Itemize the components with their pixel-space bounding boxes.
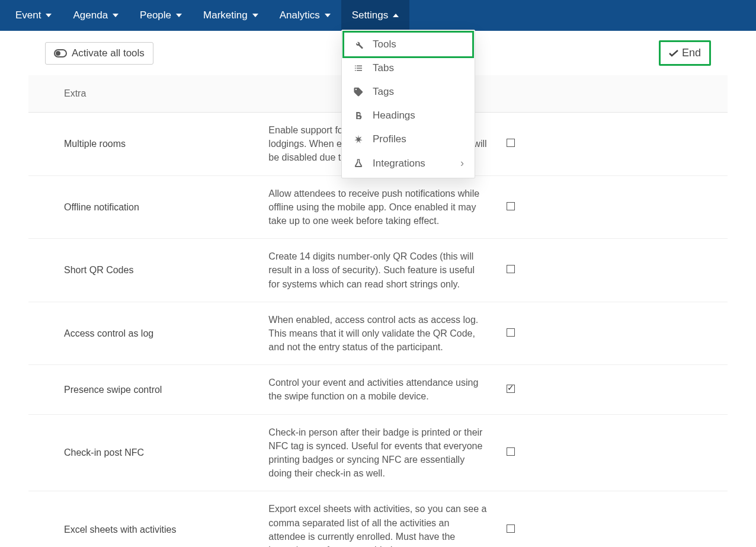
dropdown-item-label: Headings (373, 110, 415, 121)
chevron-down-icon (46, 14, 52, 17)
dropdown-item-label: Tags (373, 86, 394, 98)
checkbox[interactable] (507, 328, 515, 337)
checkbox[interactable] (507, 447, 515, 456)
feature-name: Check-in post NFC (28, 414, 261, 491)
feature-checkbox-cell (495, 302, 728, 365)
asterisk-icon (353, 134, 364, 145)
button-label: End (682, 47, 701, 59)
chevron-right-icon: › (460, 157, 464, 169)
check-icon (669, 50, 678, 57)
bold-icon (353, 110, 364, 121)
dropdown-item-label: Integrations (373, 158, 425, 169)
feature-name: Excel sheets with activities (28, 491, 261, 547)
table-row: Check-in post NFCCheck-in person after t… (28, 414, 728, 491)
feature-description: When enabled, access control acts as acc… (261, 302, 494, 365)
dropdown-item-integrations[interactable]: Integrations› (344, 151, 472, 175)
nav-item-analytics[interactable]: Analytics (269, 0, 341, 31)
checkbox[interactable] (507, 139, 515, 147)
feature-checkbox-cell (495, 239, 728, 302)
feature-checkbox-cell (495, 414, 728, 491)
nav-label: Settings (352, 9, 388, 21)
chevron-down-icon (252, 14, 258, 17)
table-row: Short QR CodesCreate 14 digits number-on… (28, 239, 728, 302)
feature-name: Offline notification (28, 175, 261, 239)
dropdown-item-tools[interactable]: Tools (344, 33, 472, 56)
button-label: Activate all tools (72, 47, 145, 59)
feature-description: Allow attendees to receive push notifica… (261, 175, 494, 239)
dropdown-item-tags[interactable]: Tags (344, 80, 472, 104)
feature-checkbox-cell (495, 175, 728, 239)
nav-label: Analytics (280, 9, 320, 21)
toggle-icon (54, 49, 67, 57)
chevron-down-icon (113, 14, 118, 17)
checkbox[interactable] (507, 265, 515, 273)
nav-label: People (140, 9, 171, 21)
nav-item-people[interactable]: People (129, 0, 193, 31)
end-button[interactable]: End (662, 43, 708, 63)
nav-label: Agenda (73, 9, 108, 21)
nav-item-settings[interactable]: Settings (341, 0, 409, 31)
wrench-icon (353, 39, 364, 50)
content-area: Activate all tools End Extra Multiple ro… (0, 31, 756, 547)
feature-description: Export excel sheets with activities, so … (261, 491, 494, 547)
dropdown-item-headings[interactable]: Headings (344, 104, 472, 127)
feature-description: Control your event and activities attend… (261, 365, 494, 414)
nav-item-event[interactable]: Event (5, 0, 62, 31)
table-row: Access control as logWhen enabled, acces… (28, 302, 728, 365)
feature-checkbox-cell (495, 491, 728, 547)
flask-icon (353, 158, 364, 169)
feature-name: Presence swipe control (28, 365, 261, 414)
feature-description: Create 14 digits number-only QR Codes (t… (261, 239, 494, 302)
feature-checkbox-cell (495, 365, 728, 414)
table-row: Presence swipe controlControl your event… (28, 365, 728, 414)
chevron-up-icon (393, 14, 399, 17)
feature-name: Short QR Codes (28, 239, 261, 302)
nav-label: Event (15, 9, 41, 21)
list-icon (353, 63, 364, 73)
table-row: Excel sheets with activitiesExport excel… (28, 491, 728, 547)
tag-icon (353, 87, 364, 97)
nav-label: Marketing (203, 9, 248, 21)
chevron-down-icon (325, 14, 331, 17)
checkbox[interactable] (507, 202, 515, 210)
nav-item-agenda[interactable]: Agenda (62, 0, 129, 31)
dropdown-item-label: Profiles (373, 133, 406, 145)
chevron-down-icon (176, 14, 182, 17)
feature-description: Check-in person after their badge is pri… (261, 414, 494, 491)
end-button-highlight: End (659, 40, 711, 66)
feature-name: Multiple rooms (28, 113, 261, 176)
dropdown-item-profiles[interactable]: Profiles (344, 127, 472, 151)
dropdown-item-tabs[interactable]: Tabs (344, 56, 472, 80)
feature-name: Access control as log (28, 302, 261, 365)
top-navbar: Event Agenda People Marketing Analytics … (0, 0, 756, 31)
settings-dropdown: ToolsTabsTagsHeadingsProfilesIntegration… (341, 30, 475, 178)
table-row: Offline notificationAllow attendees to r… (28, 175, 728, 239)
feature-checkbox-cell (495, 113, 728, 176)
nav-item-marketing[interactable]: Marketing (193, 0, 269, 31)
dropdown-item-label: Tabs (373, 62, 394, 74)
checkbox[interactable] (507, 524, 515, 533)
activate-all-tools-button[interactable]: Activate all tools (45, 42, 153, 65)
dropdown-item-label: Tools (373, 39, 396, 50)
checkbox[interactable] (507, 385, 515, 393)
